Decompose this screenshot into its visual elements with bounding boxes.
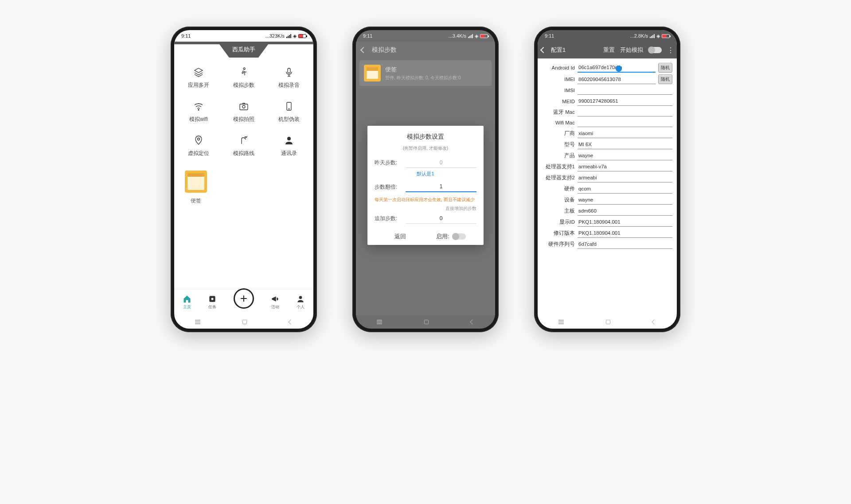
android-nav bbox=[174, 315, 313, 329]
feature-multi-open[interactable]: 应用多开 bbox=[176, 61, 221, 95]
tab-label: 个人 bbox=[297, 304, 304, 310]
config-field: Wifi Mac bbox=[542, 118, 672, 127]
field-input[interactable]: 6d7cafd bbox=[578, 240, 672, 249]
enable-toggle-row: 启用: bbox=[426, 233, 476, 240]
config-field: 产品wayne bbox=[542, 151, 672, 160]
random-button[interactable]: 随机 bbox=[658, 74, 672, 84]
page-header: 模拟步数 bbox=[356, 42, 495, 58]
tab-activity[interactable]: 活动 bbox=[271, 295, 280, 310]
field-input[interactable]: armeabi bbox=[578, 173, 672, 182]
back-icon[interactable] bbox=[360, 47, 367, 53]
random-button[interactable]: 随机 bbox=[658, 63, 672, 73]
recents-key[interactable] bbox=[195, 322, 200, 322]
feature-label: 模拟wifi bbox=[189, 116, 207, 123]
tab-home[interactable]: 主页 bbox=[183, 295, 191, 310]
feature-contacts[interactable]: 通讯录 bbox=[266, 129, 312, 163]
feature-step-sim[interactable]: 模拟步数 bbox=[221, 61, 266, 95]
signal-icon bbox=[650, 34, 655, 38]
field-label: 显示ID bbox=[542, 219, 575, 225]
field-input[interactable] bbox=[578, 86, 672, 95]
config-field: IMSI bbox=[542, 86, 672, 95]
person-icon bbox=[283, 135, 295, 146]
battery-icon bbox=[480, 34, 488, 38]
field-label: 硬件序列号 bbox=[542, 241, 575, 248]
back-icon[interactable] bbox=[540, 47, 547, 53]
fab-add[interactable]: + bbox=[234, 288, 254, 309]
app-tile-notes[interactable]: 便签 bbox=[185, 171, 207, 205]
field-label: 厂商 bbox=[542, 130, 575, 137]
add-hint: 直接增加的步数 bbox=[375, 205, 476, 212]
card-title: 便签 bbox=[385, 66, 461, 74]
svg-point-9 bbox=[211, 298, 214, 300]
field-input[interactable]: PKQ1.180904.001 bbox=[578, 229, 672, 238]
feature-fake-location[interactable]: 虚拟定位 bbox=[176, 129, 221, 163]
feature-route-sim[interactable]: 模拟路线 bbox=[221, 129, 266, 163]
field-input[interactable]: xiaomi bbox=[578, 129, 672, 138]
text-cursor-handle[interactable] bbox=[616, 66, 622, 72]
person-icon bbox=[296, 295, 305, 303]
config-form[interactable]: Android Id06c1a697de170dfb随机IMEI86020904… bbox=[538, 58, 677, 315]
android-nav bbox=[356, 315, 495, 329]
tab-profile[interactable]: 个人 bbox=[296, 295, 305, 310]
route-icon bbox=[238, 135, 250, 146]
reset-button[interactable]: 重置 bbox=[603, 46, 615, 54]
add-steps-label: 追加步数: bbox=[375, 215, 406, 222]
back-key[interactable] bbox=[470, 319, 475, 324]
home-key[interactable] bbox=[424, 320, 429, 324]
svg-rect-1 bbox=[288, 68, 290, 73]
field-input[interactable]: armeabi-v7a bbox=[578, 162, 672, 171]
camera-icon bbox=[238, 101, 250, 112]
add-steps-input[interactable]: 0 bbox=[406, 213, 476, 224]
config-field: Android Id06c1a697de170dfb随机 bbox=[542, 63, 672, 73]
config-field: 修订版本PKQ1.180904.001 bbox=[542, 229, 672, 238]
field-input[interactable]: PKQ1.180904.001 bbox=[578, 217, 672, 227]
start-sim-toggle[interactable] bbox=[648, 47, 662, 53]
config-field: 硬件qcom bbox=[542, 184, 672, 194]
config-field: IMEI860209045613078随机 bbox=[542, 74, 672, 84]
home-key[interactable] bbox=[242, 320, 247, 324]
return-button[interactable]: 返回 bbox=[375, 233, 426, 240]
field-input[interactable]: sdm660 bbox=[578, 206, 672, 216]
app-card[interactable]: 便签 暂停, 昨天模拟步数: 0, 今天模拟步数:0 bbox=[359, 60, 492, 86]
yesterday-input[interactable]: 0 bbox=[406, 158, 476, 168]
field-input[interactable] bbox=[578, 108, 672, 116]
more-icon[interactable]: ⋮ bbox=[667, 46, 673, 54]
tab-tasks[interactable]: 任务 bbox=[208, 295, 217, 310]
status-time: 9:11 bbox=[545, 33, 554, 39]
app-title: 西瓜助手 bbox=[174, 42, 313, 58]
mic-icon bbox=[283, 66, 295, 78]
feature-camera-sim[interactable]: 模拟拍照 bbox=[221, 95, 266, 129]
home-key[interactable] bbox=[606, 320, 610, 324]
gear-icon bbox=[208, 295, 217, 303]
field-label: 处理器支持1 bbox=[542, 163, 575, 170]
config-field: 处理器支持1armeabi-v7a bbox=[542, 162, 672, 171]
feature-device-spoof[interactable]: 机型伪装 bbox=[266, 95, 312, 129]
feature-audio-sim[interactable]: 模拟录音 bbox=[266, 61, 312, 95]
field-input[interactable] bbox=[578, 118, 672, 127]
start-sim-button[interactable]: 开始模拟 bbox=[620, 46, 643, 54]
field-label: 型号 bbox=[542, 141, 575, 148]
phone-3-frame: 9:11 ...2.8K/s ◈ 配置1 重置 开始模拟 ⋮ Android I… bbox=[534, 27, 680, 332]
enable-toggle[interactable] bbox=[453, 233, 466, 240]
recents-key[interactable] bbox=[377, 322, 382, 322]
app-list: 便签 bbox=[174, 163, 313, 212]
field-input[interactable]: 99001274280651 bbox=[578, 97, 672, 106]
field-input[interactable]: MI 6X bbox=[578, 140, 672, 149]
svg-rect-3 bbox=[240, 104, 248, 110]
multiplier-input[interactable]: 1 bbox=[406, 182, 476, 192]
bottom-nav: 主页 任务 + 活动 个人 bbox=[174, 289, 313, 315]
feature-label: 机型伪装 bbox=[278, 116, 300, 123]
field-label: 蓝牙 Mac bbox=[542, 109, 575, 116]
recents-key[interactable] bbox=[558, 322, 564, 322]
field-input[interactable]: wayne bbox=[578, 151, 672, 160]
multiplier-default: 默认是1 bbox=[375, 171, 476, 177]
field-input[interactable]: 860209045613078 bbox=[578, 75, 656, 84]
back-key[interactable] bbox=[652, 319, 656, 324]
feature-wifi-sim[interactable]: 模拟wifi bbox=[176, 95, 221, 129]
field-input[interactable]: qcom bbox=[578, 184, 672, 194]
app-header: 西瓜助手 bbox=[174, 42, 313, 58]
back-key[interactable] bbox=[288, 319, 293, 324]
config-header: 配置1 重置 开始模拟 ⋮ bbox=[538, 42, 677, 58]
field-input[interactable]: wayne bbox=[578, 195, 672, 205]
feature-label: 虚拟定位 bbox=[188, 150, 209, 157]
